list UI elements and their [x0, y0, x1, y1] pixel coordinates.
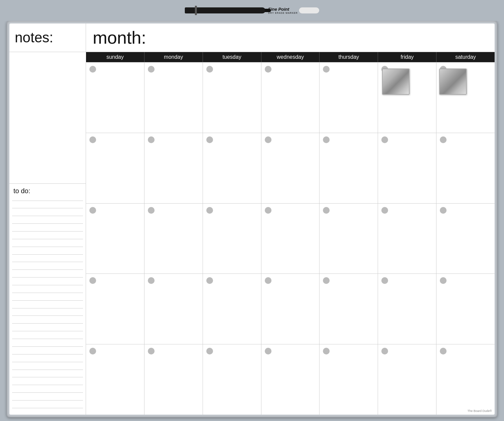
cell-w5-sat[interactable]: The Board Dude®	[436, 344, 495, 415]
date-dot	[323, 66, 330, 73]
date-dot	[89, 136, 96, 143]
marker-sublabel: DRY ERASE MARKER	[268, 12, 298, 14]
todo-area: to do:	[9, 184, 86, 415]
cell-w1-wed[interactable]	[261, 62, 320, 133]
cell-w5-wed[interactable]	[261, 344, 320, 415]
cell-w2-sun[interactable]	[86, 133, 144, 203]
marker-brand: Fine Point	[268, 7, 298, 11]
calendar-week-3	[86, 204, 495, 274]
date-dot	[206, 66, 213, 73]
cell-w2-mon[interactable]	[144, 133, 203, 203]
todo-line	[12, 385, 83, 385]
cell-w2-wed[interactable]	[261, 133, 320, 203]
calendar-week-5: The Board Dude®	[86, 344, 495, 415]
date-dot	[265, 277, 271, 284]
left-sidebar: to do:	[9, 62, 86, 415]
cell-w4-tue[interactable]	[203, 274, 261, 344]
date-dot	[265, 66, 271, 73]
cell-w4-wed[interactable]	[261, 274, 320, 344]
cell-w3-mon[interactable]	[144, 204, 203, 274]
cell-w4-fri[interactable]	[378, 274, 436, 344]
todo-line	[12, 354, 83, 354]
month-header-section: month:	[86, 24, 495, 52]
cell-w2-tue[interactable]	[203, 133, 261, 203]
todo-line	[12, 216, 83, 216]
date-dot	[206, 348, 213, 354]
date-dot	[89, 348, 96, 354]
todo-line	[12, 239, 83, 239]
todo-line	[12, 308, 83, 308]
cell-w5-sun[interactable]	[86, 344, 144, 415]
cell-w2-fri[interactable]	[378, 133, 436, 203]
todo-line	[12, 247, 83, 247]
month-label: month:	[93, 28, 146, 48]
marker-end-cap	[299, 7, 319, 13]
day-header-wednesday: wednesday	[261, 52, 320, 62]
magnet-1	[382, 69, 410, 95]
cell-w3-tue[interactable]	[203, 204, 261, 274]
date-dot	[381, 207, 388, 214]
cell-w1-thu[interactable]	[320, 62, 378, 133]
date-dot	[440, 348, 447, 354]
cell-w5-mon[interactable]	[144, 344, 203, 415]
cell-w1-tue[interactable]	[203, 62, 261, 133]
day-header-saturday: saturday	[436, 52, 495, 62]
brand-credit: The Board Dude®	[467, 409, 492, 413]
calendar-week-2	[86, 133, 495, 204]
cell-w2-thu[interactable]	[320, 133, 378, 203]
cell-w3-sat[interactable]	[436, 204, 495, 274]
date-dot	[265, 136, 271, 143]
todo-line	[12, 339, 83, 339]
cell-w4-mon[interactable]	[144, 274, 203, 344]
header-row: notes: month:	[9, 24, 495, 52]
todo-label: to do:	[9, 184, 86, 197]
cell-w1-mon[interactable]	[144, 62, 203, 133]
marker-tip	[265, 9, 271, 12]
date-dot	[323, 348, 330, 354]
marker-body	[185, 7, 265, 13]
cell-w1-sat[interactable]	[436, 62, 495, 133]
date-dot	[265, 207, 271, 214]
date-dot	[440, 207, 447, 214]
cell-w5-thu[interactable]	[320, 344, 378, 415]
cell-w3-thu[interactable]	[320, 204, 378, 274]
cell-w1-fri[interactable]	[378, 62, 436, 133]
date-dot	[206, 277, 213, 284]
todo-line	[12, 285, 83, 285]
day-header-friday: friday	[378, 52, 436, 62]
cell-w2-sat[interactable]	[436, 133, 495, 203]
date-dot	[323, 277, 330, 284]
notes-label: notes:	[15, 30, 53, 46]
todo-line	[12, 331, 83, 331]
notes-header-section: notes:	[9, 24, 86, 52]
date-dot	[440, 136, 447, 143]
cell-w3-wed[interactable]	[261, 204, 320, 274]
todo-line	[12, 269, 83, 270]
date-dot	[148, 66, 155, 73]
whiteboard-frame: notes: month: sunday monday tuesday wedn…	[7, 21, 497, 417]
main-content: to do:	[9, 62, 495, 415]
date-dot	[148, 207, 155, 214]
cell-w3-sun[interactable]	[86, 204, 144, 274]
day-header-sunday: sunday	[86, 52, 144, 62]
calendar-week-4	[86, 274, 495, 344]
date-dot	[381, 136, 388, 143]
todo-line	[12, 377, 83, 377]
cell-w4-thu[interactable]	[320, 274, 378, 344]
todo-line	[12, 208, 83, 208]
whiteboard-surface: notes: month: sunday monday tuesday wedn…	[9, 24, 495, 415]
cell-w3-fri[interactable]	[378, 204, 436, 274]
cell-w4-sat[interactable]	[436, 274, 495, 344]
date-dot	[381, 348, 388, 354]
date-dot	[323, 207, 330, 214]
todo-line	[12, 400, 83, 401]
date-dot	[265, 348, 271, 354]
calendar-grid: The Board Dude®	[86, 62, 495, 415]
cell-w5-tue[interactable]	[203, 344, 261, 415]
cell-w5-fri[interactable]	[378, 344, 436, 415]
cell-w4-sun[interactable]	[86, 274, 144, 344]
notes-writing-area[interactable]	[9, 62, 86, 184]
todo-line	[12, 408, 83, 408]
cell-w1-sun[interactable]	[86, 62, 144, 133]
magnet-2	[439, 69, 467, 95]
